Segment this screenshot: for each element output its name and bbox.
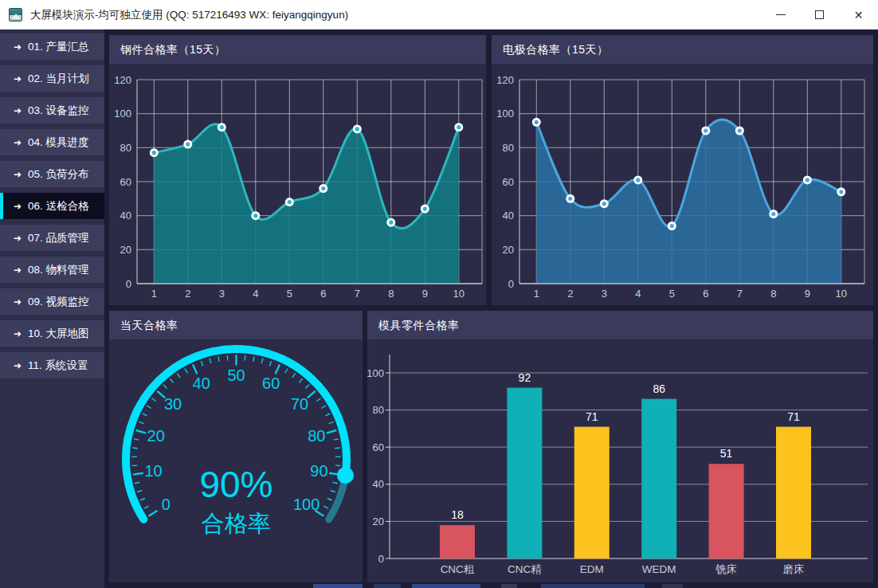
svg-text:20: 20 <box>503 244 514 256</box>
sidebar-item-label: 10. 大屏地图 <box>28 327 89 341</box>
svg-text:4: 4 <box>635 288 641 300</box>
arrow-icon: ➜ <box>14 105 22 116</box>
sidebar-item-label: 08. 物料管理 <box>28 263 89 277</box>
svg-text:5: 5 <box>287 288 292 300</box>
svg-text:CNC精: CNC精 <box>508 563 542 575</box>
panel-electrode-pass-rate: 电极合格率（15天） 02040608010012012345678910 <box>492 35 873 305</box>
svg-text:100: 100 <box>367 367 384 379</box>
svg-text:86: 86 <box>653 382 665 395</box>
arrow-icon: ➜ <box>14 201 22 212</box>
arrow-icon: ➜ <box>14 73 22 84</box>
sidebar-item-label: 04. 模具进度 <box>28 135 89 150</box>
svg-text:8: 8 <box>770 288 776 300</box>
svg-text:1: 1 <box>534 288 539 300</box>
close-icon: ✕ <box>854 9 864 22</box>
sidebar-item-material-mgmt[interactable]: ➜ 08. 物料管理 <box>0 257 104 283</box>
panel-title: 当天合格率 <box>109 311 363 339</box>
mold-parts-bar-chart: 02040608010018CNC粗92CNC精71EDM86WEDM51铣床7… <box>367 339 873 582</box>
svg-text:51: 51 <box>720 447 733 460</box>
electrode-area-chart: 02040608010012012345678910 <box>492 64 873 305</box>
svg-text:90%: 90% <box>199 464 272 505</box>
sidebar: ➜ 01. 产量汇总 ➜ 02. 当月计划 ➜ 03. 设备监控 ➜ 04. 模… <box>0 29 104 588</box>
svg-text:80: 80 <box>373 404 384 416</box>
svg-text:60: 60 <box>120 176 131 188</box>
app-icon <box>9 8 22 22</box>
arrow-icon: ➜ <box>14 137 22 148</box>
svg-text:2: 2 <box>185 288 190 300</box>
svg-text:0: 0 <box>162 496 171 513</box>
svg-text:0: 0 <box>126 278 131 290</box>
arrow-icon: ➜ <box>14 169 22 180</box>
window-title: 大屏模块演示-均可独立使用 (QQ: 517216493 WX: feiyang… <box>30 8 348 22</box>
sidebar-item-mold-progress[interactable]: ➜ 04. 模具进度 <box>0 129 104 155</box>
panel-title: 钢件合格率（15天） <box>109 35 486 64</box>
svg-text:4: 4 <box>253 288 258 300</box>
sidebar-item-label: 03. 设备监控 <box>28 104 89 118</box>
arrow-icon: ➜ <box>14 296 22 308</box>
svg-text:71: 71 <box>586 410 598 423</box>
arrow-icon: ➜ <box>14 265 22 276</box>
svg-text:20: 20 <box>120 244 131 256</box>
sidebar-item-quality-mgmt[interactable]: ➜ 07. 品质管理 <box>0 225 104 251</box>
pass-rate-gauge: 010203040506070809010090%合格率 <box>109 339 363 582</box>
svg-text:6: 6 <box>703 288 708 300</box>
sidebar-item-label: 02. 当月计划 <box>28 72 89 86</box>
svg-text:40: 40 <box>193 374 210 392</box>
sidebar-item-load-distribution[interactable]: ➜ 05. 负荷分布 <box>0 161 104 187</box>
sidebar-item-label: 09. 视频监控 <box>28 295 89 309</box>
svg-text:9: 9 <box>805 288 810 300</box>
maximize-button[interactable] <box>800 0 839 29</box>
svg-text:80: 80 <box>503 142 514 154</box>
sidebar-item-label: 07. 品质管理 <box>28 231 89 245</box>
svg-text:7: 7 <box>355 288 360 300</box>
svg-text:合格率: 合格率 <box>202 511 271 536</box>
titlebar: 大屏模块演示-均可独立使用 (QQ: 517216493 WX: feiyang… <box>0 0 878 29</box>
svg-text:CNC粗: CNC粗 <box>441 563 475 575</box>
close-button[interactable]: ✕ <box>839 0 878 29</box>
sidebar-item-label: 11. 系统设置 <box>28 359 88 373</box>
sidebar-item-label: 01. 产量汇总 <box>28 40 89 54</box>
arrow-icon: ➜ <box>14 328 22 339</box>
steel-area-chart: 02040608010012012345678910 <box>109 64 486 305</box>
minimize-button[interactable] <box>761 0 800 29</box>
svg-text:100: 100 <box>496 108 514 120</box>
sidebar-item-system-settings[interactable]: ➜ 11. 系统设置 <box>0 352 104 378</box>
svg-text:60: 60 <box>373 441 384 453</box>
svg-text:40: 40 <box>120 210 131 221</box>
arrow-icon: ➜ <box>14 41 22 53</box>
minimize-icon <box>776 14 786 16</box>
sidebar-item-device-monitor[interactable]: ➜ 03. 设备监控 <box>0 97 104 123</box>
svg-text:60: 60 <box>503 176 514 188</box>
sidebar-item-monthly-plan[interactable]: ➜ 02. 当月计划 <box>0 65 104 92</box>
svg-text:0: 0 <box>378 553 384 565</box>
svg-text:50: 50 <box>227 367 245 384</box>
svg-text:30: 30 <box>164 395 182 413</box>
sidebar-item-production-summary[interactable]: ➜ 01. 产量汇总 <box>0 33 104 60</box>
app-window: 大屏模块演示-均可独立使用 (QQ: 517216493 WX: feiyang… <box>0 0 878 588</box>
maximize-icon <box>815 10 824 19</box>
svg-text:40: 40 <box>373 478 384 490</box>
sidebar-item-bigscreen-map[interactable]: ➜ 10. 大屏地图 <box>0 320 104 347</box>
svg-text:120: 120 <box>114 74 131 86</box>
sidebar-item-video-monitor[interactable]: ➜ 09. 视频监控 <box>0 288 104 315</box>
window-controls: ✕ <box>761 0 878 29</box>
svg-text:3: 3 <box>602 288 607 300</box>
svg-text:40: 40 <box>503 210 514 221</box>
svg-text:92: 92 <box>519 371 531 384</box>
panel-title: 模具零件合格率 <box>367 311 873 339</box>
svg-text:8: 8 <box>388 288 394 300</box>
panel-title: 电极合格率（15天） <box>492 35 873 64</box>
panel-steel-pass-rate: 钢件合格率（15天） 02040608010012012345678910 <box>109 35 486 305</box>
svg-text:120: 120 <box>496 74 514 86</box>
svg-text:80: 80 <box>120 142 131 154</box>
svg-text:60: 60 <box>262 374 280 392</box>
svg-text:7: 7 <box>737 288 743 300</box>
sidebar-item-label: 05. 负荷分布 <box>28 167 89 182</box>
svg-text:20: 20 <box>147 427 165 445</box>
svg-text:9: 9 <box>422 288 428 300</box>
sidebar-item-inspection-pass[interactable]: ➜ 06. 送检合格 <box>0 193 104 219</box>
panel-today-pass-rate: 当天合格率 010203040506070809010090%合格率 <box>109 311 363 582</box>
svg-text:70: 70 <box>291 395 308 413</box>
panel-mold-parts-pass-rate: 模具零件合格率 02040608010018CNC粗92CNC精71EDM86W… <box>367 311 873 582</box>
svg-text:WEDM: WEDM <box>642 563 676 575</box>
